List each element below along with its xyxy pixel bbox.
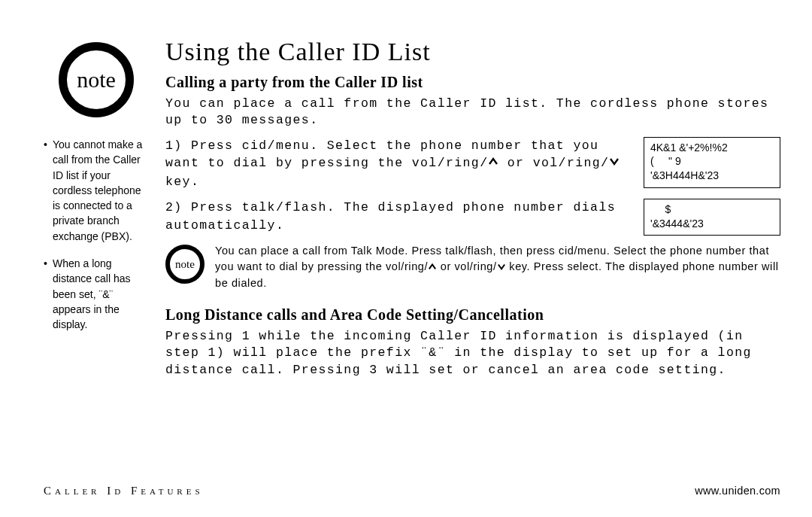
content-row: note You cannot make a call from the Cal…	[44, 38, 780, 386]
step-1-text-c: key.	[165, 175, 199, 189]
sidebar-bullet: When a long distance call has been set, …	[44, 256, 149, 332]
up-arrow-icon	[428, 259, 437, 275]
note-circle-icon: note	[59, 42, 134, 117]
main-content: Using the Caller ID List Calling a party…	[165, 38, 780, 386]
inline-note-block: note You can place a call from Talk Mode…	[165, 243, 780, 291]
sidebar-bullet-list: You cannot make a call from the Caller I…	[44, 137, 149, 333]
down-arrow-icon	[609, 154, 620, 172]
up-arrow-icon	[488, 154, 498, 172]
inline-note-text: You can place a call from Talk Mode. Pre…	[215, 243, 780, 291]
display-code-box-1: 4K&1 &'+2%!%2 ( " 9 '&3H444H&'23	[644, 137, 780, 189]
step-2-text: 2) Press talk/flash. The displayed phone…	[165, 199, 644, 235]
note-circle-small-label: note	[175, 258, 195, 271]
step-1-text: 1) Press cid/menu. Select the phone numb…	[165, 137, 644, 191]
footer-section-label: Caller Id Features	[44, 485, 204, 497]
note-circle-label: note	[77, 67, 116, 93]
section-heading-long-distance: Long Distance calls and Area Code Settin…	[165, 306, 780, 324]
intro-paragraph: You can place a call from the Caller ID …	[165, 96, 780, 129]
step-row-1: 1) Press cid/menu. Select the phone numb…	[165, 137, 780, 191]
inline-note-text-b: or vol/ring/	[437, 260, 497, 272]
note-circle-small-icon: note	[165, 245, 205, 284]
section2-paragraph: Pressing 1 while the incoming Caller ID …	[165, 328, 780, 379]
section-heading-calling: Calling a party from the Caller ID list	[165, 74, 780, 91]
page-footer: Caller Id Features www.uniden.com	[44, 485, 780, 497]
sidebar-notes: note You cannot make a call from the Cal…	[44, 38, 149, 386]
page-title: Using the Caller ID List	[165, 38, 780, 66]
step-row-2: 2) Press talk/flash. The displayed phone…	[165, 199, 780, 236]
footer-url: www.uniden.com	[695, 485, 780, 497]
down-arrow-icon	[497, 259, 506, 275]
step-1-text-b: or vol/ring/	[498, 157, 609, 171]
manual-page: note You cannot make a call from the Cal…	[0, 0, 812, 517]
display-code-box-2: $ '&3444&'23	[644, 199, 780, 236]
sidebar-bullet: You cannot make a call from the Caller I…	[44, 137, 149, 244]
